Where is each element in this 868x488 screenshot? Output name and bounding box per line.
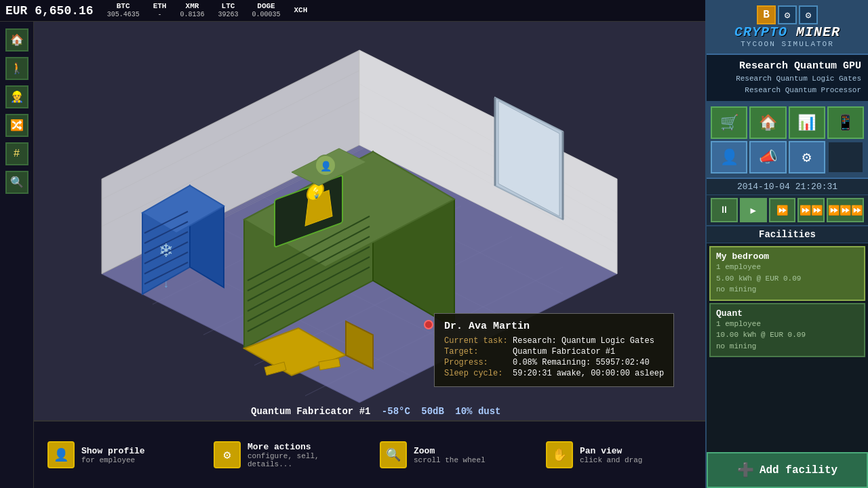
pause-button[interactable]: ⏸ (711, 198, 738, 222)
sidebar-icon-zoom[interactable]: 🔍 (5, 171, 28, 194)
tooltip-task-key: Current task: (444, 336, 509, 346)
selected-item-db: 50dB (421, 406, 444, 417)
facility-my-bedroom[interactable]: My bedroom 1 employee 5.00 kWh @ EUR 0.0… (709, 246, 865, 301)
phone-icon[interactable]: 📱 (827, 106, 864, 139)
time-controls: ⏸ ▶ ⏩ ⏩⏩ ⏩⏩⏩ (707, 195, 868, 226)
facilities-header: Facilities (707, 226, 868, 243)
tooltip-task-val: Research: Quantum Logic Gates (513, 336, 654, 346)
tooltip-target-val: Quantum Fabricator #1 (513, 347, 615, 357)
pan-sub: click and drag (580, 456, 642, 464)
left-sidebar: 🏠 🚶 👷 🔀 # 🔍 (0, 22, 34, 488)
add-facility-button[interactable]: ➕ Add facility (707, 452, 868, 488)
chart-icon[interactable]: 📊 (789, 106, 825, 139)
facility-power-bedroom: 5.00 kWh @ EUR 0.09 (716, 273, 859, 285)
sidebar-icon-worker[interactable]: 👷 (5, 85, 28, 108)
bottom-bar: 👤 Show profile for employee ⚙ More actio… (34, 420, 705, 488)
facility-mining-bedroom: no mining (716, 284, 859, 296)
show-profile-sub: for employee (81, 456, 145, 464)
tooltip-target-key: Target: (444, 347, 509, 357)
play-button[interactable]: ▶ (740, 198, 767, 222)
tooltip-progress-val: 0.08% Remaining: 55957:02:40 (513, 358, 650, 367)
research-panel: Research Quantum GPU Research Quantum Lo… (707, 55, 868, 102)
action-zoom[interactable]: 🔍 Zoom scroll the wheel (380, 441, 526, 468)
gear1-logo-icon: ⚙ (778, 5, 797, 24)
crypto-btc: BTC 305.4635 (107, 2, 140, 19)
research-title: Research Quantum GPU (713, 60, 861, 72)
sidebar-icon-home[interactable]: 🏠 (5, 28, 28, 52)
facility-employee-bedroom: 1 employee (716, 262, 859, 273)
add-facility-label: Add facility (760, 464, 837, 476)
tooltip-sleep-val: 59:20:31 awake, 00:00:00 asleep (513, 369, 664, 378)
crypto-xmr: XMR 0.8136 (180, 2, 204, 19)
shop-icon[interactable]: 🛒 (711, 106, 747, 139)
logo-title: Crypto Miner (734, 24, 840, 40)
action-show-profile[interactable]: 👤 Show profile for employee (47, 441, 193, 468)
employee-name: Dr. Ava Martin (444, 321, 664, 332)
icon-grid: 🛒 🏠 📊 📱 👤 📣 ⚙ (707, 102, 868, 179)
zoom-title: Zoom (414, 446, 486, 456)
crypto-eth: ETH - (153, 2, 167, 19)
faster-button[interactable]: ⏩⏩ (797, 198, 825, 222)
facility-quant[interactable]: Quant 1 employee 10.00 kWh @ EUR 0.09 no… (709, 303, 865, 358)
broadcast-icon[interactable]: 📣 (749, 141, 786, 174)
sidebar-icon-transfer[interactable]: 🔀 (5, 114, 28, 137)
warehouse-icon[interactable]: 🏠 (749, 106, 786, 139)
facility-name-quant: Quant (716, 308, 859, 319)
selected-item-dust: 10% dust (455, 406, 500, 417)
person-icon[interactable]: 👤 (711, 141, 747, 174)
selected-item-label: Quantum Fabricator #1 -58°C 50dB 10% dus… (251, 406, 501, 417)
empty-icon (827, 141, 864, 174)
crypto-doge: DOGE 0.00035 (252, 2, 280, 19)
action-more-actions[interactable]: ⚙ More actions configure, sell, details.… (214, 441, 359, 468)
more-actions-icon: ⚙ (214, 441, 241, 468)
fastest-button[interactable]: ⏩⏩⏩ (827, 198, 864, 222)
more-actions-sub: configure, sell, details... (248, 452, 359, 468)
zoom-icon: 🔍 (380, 441, 407, 468)
datetime-display: 2014-10-04 21:20:31 (737, 182, 837, 192)
show-profile-title: Show profile (81, 446, 145, 456)
facility-name-bedroom: My bedroom (716, 251, 859, 262)
topbar: EUR 6,650.16 BTC 305.4635 ETH - XMR 0.81… (0, 0, 705, 22)
tooltip-sleep-key: Sleep cycle: (444, 369, 509, 378)
add-facility-plus-icon: ➕ (737, 462, 754, 479)
logo-area: B ⚙ ⚙ Crypto Miner Tycoon Simulator (707, 0, 868, 55)
pan-icon: ✋ (546, 441, 573, 468)
selected-item-name: Quantum Fabricator #1 (251, 406, 370, 417)
sidebar-icon-hash[interactable]: # (5, 142, 28, 165)
employee-tooltip: Dr. Ava Martin Current task: Research: Q… (434, 313, 674, 387)
facility-mining-quant: no mining (716, 341, 859, 352)
tooltip-sleep-row: Sleep cycle: 59:20:31 awake, 00:00:00 as… (444, 369, 664, 378)
facility-employee-quant: 1 employee (716, 319, 859, 330)
selected-item-temp: -58°C (382, 406, 410, 417)
crypto-ltc: LTC 39263 (218, 2, 238, 19)
tooltip-progress-key: Progress: (444, 358, 509, 367)
show-profile-icon: 👤 (47, 441, 75, 468)
tooltip-progress-row: Progress: 0.08% Remaining: 55957:02:40 (444, 358, 664, 367)
research-sub-2: Research Quantum Processor (713, 85, 861, 96)
action-pan[interactable]: ✋ Pan view click and drag (546, 441, 692, 468)
svg-text:👤: 👤 (320, 161, 332, 172)
currency-display: EUR 6,650.16 (5, 4, 94, 18)
crypto-xch: XCH (294, 6, 308, 15)
pan-title: Pan view (580, 446, 642, 456)
employee-indicator (424, 320, 433, 329)
sidebar-icon-walk[interactable]: 🚶 (5, 57, 28, 80)
gear2-logo-icon: ⚙ (799, 5, 818, 24)
tooltip-target-row: Target: Quantum Fabricator #1 (444, 347, 664, 357)
facilities-list: My bedroom 1 employee 5.00 kWh @ EUR 0.0… (707, 243, 868, 452)
zoom-sub: scroll the wheel (414, 456, 486, 464)
research-sub-1: Research Quantum Logic Gates (713, 73, 861, 85)
datetime-bar: 2014-10-04 21:20:31 (707, 179, 868, 195)
game-area[interactable]: ❄ ↓ 💡 � (0, 22, 705, 488)
logo-subtitle: Tycoon Simulator (741, 40, 834, 48)
settings-icon[interactable]: ⚙ (789, 141, 825, 174)
bitcoin-logo-icon: B (757, 5, 776, 24)
svg-text:↓: ↓ (163, 279, 170, 291)
more-actions-title: More actions (248, 442, 359, 452)
fast-button[interactable]: ⏩ (769, 198, 796, 222)
right-panel: B ⚙ ⚙ Crypto Miner Tycoon Simulator Rese… (705, 0, 868, 488)
tooltip-task-row: Current task: Research: Quantum Logic Ga… (444, 336, 664, 346)
facility-power-quant: 10.00 kWh @ EUR 0.09 (716, 329, 859, 341)
